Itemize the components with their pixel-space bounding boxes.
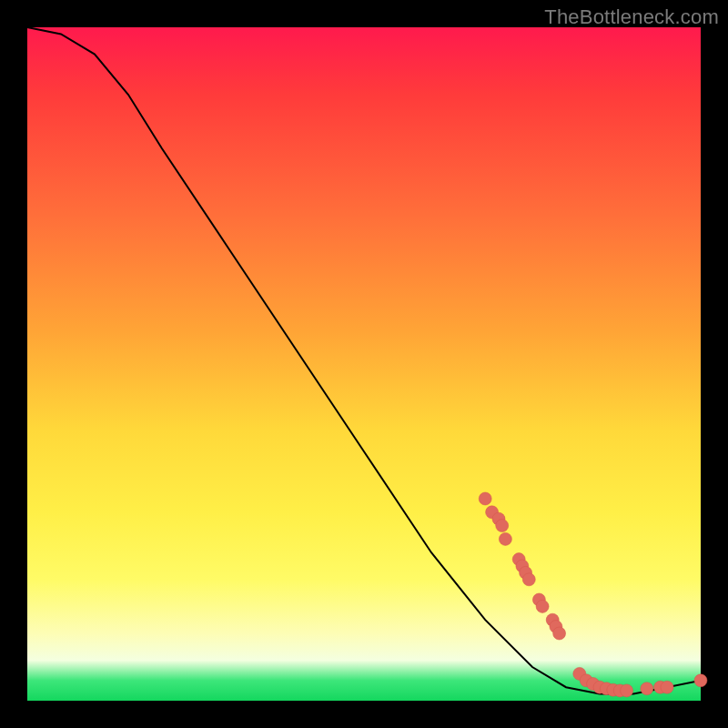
data-points [479,492,707,697]
chart-frame: TheBottleneck.com [0,0,728,728]
data-point [621,684,633,697]
data-point [641,682,653,695]
chart-svg [27,27,701,701]
data-point [496,520,509,532]
data-point [536,600,549,612]
watermark-text: TheBottleneck.com [544,5,719,29]
plot-area [27,27,701,701]
data-point [694,674,707,687]
data-point [499,532,511,545]
data-point [553,627,566,640]
data-point [479,492,491,505]
data-point [522,573,535,586]
data-point [661,681,673,693]
bottleneck-curve [27,27,701,694]
